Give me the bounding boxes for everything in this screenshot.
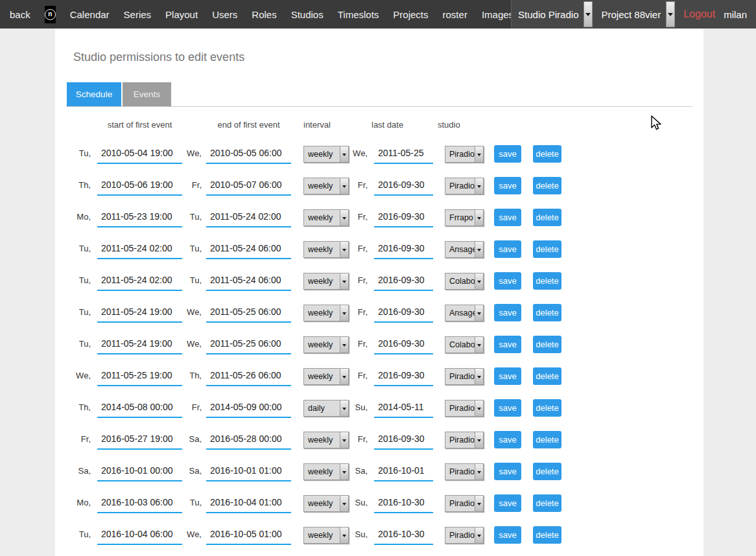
end-datetime-input[interactable] bbox=[206, 303, 291, 323]
start-datetime-input[interactable] bbox=[97, 526, 182, 545]
chevron-down-icon[interactable] bbox=[475, 273, 483, 289]
interval-select[interactable]: weekly bbox=[303, 495, 349, 512]
logout-link[interactable]: Logout bbox=[683, 8, 715, 20]
end-datetime-input[interactable] bbox=[206, 430, 291, 450]
chevron-down-icon[interactable] bbox=[475, 146, 483, 162]
start-datetime-input[interactable] bbox=[97, 240, 182, 259]
start-datetime-input[interactable] bbox=[97, 208, 182, 227]
tab-schedule[interactable]: Schedule bbox=[67, 82, 121, 106]
interval-select[interactable]: weekly bbox=[303, 336, 349, 353]
end-datetime-input[interactable] bbox=[206, 526, 291, 545]
delete-button[interactable]: delete bbox=[533, 304, 561, 321]
studio-select[interactable]: Piradio bbox=[445, 146, 484, 163]
last-date-input[interactable] bbox=[374, 176, 433, 196]
delete-button[interactable]: delete bbox=[533, 463, 561, 480]
interval-select[interactable]: daily bbox=[303, 400, 349, 417]
chevron-down-icon[interactable] bbox=[340, 242, 348, 257]
end-datetime-input[interactable] bbox=[206, 462, 291, 481]
delete-button[interactable]: delete bbox=[533, 494, 561, 512]
start-datetime-input[interactable] bbox=[97, 303, 182, 323]
chevron-down-icon[interactable] bbox=[475, 432, 483, 448]
interval-select[interactable]: weekly bbox=[303, 241, 349, 258]
delete-button[interactable]: delete bbox=[533, 145, 561, 163]
end-datetime-input[interactable] bbox=[206, 399, 291, 418]
studio-select[interactable]: Piradio bbox=[445, 178, 484, 194]
end-datetime-input[interactable] bbox=[206, 272, 291, 291]
studio-select[interactable]: Ansage bbox=[445, 241, 484, 258]
start-datetime-input[interactable] bbox=[97, 176, 182, 196]
end-datetime-input[interactable] bbox=[206, 145, 291, 164]
chevron-down-icon[interactable] bbox=[340, 210, 348, 226]
save-button[interactable]: save bbox=[494, 526, 521, 544]
chevron-down-icon[interactable] bbox=[340, 178, 348, 194]
nav-item[interactable]: Calendar bbox=[70, 9, 110, 20]
interval-select[interactable]: weekly bbox=[303, 368, 349, 385]
interval-select[interactable]: weekly bbox=[303, 432, 349, 448]
end-datetime-input[interactable] bbox=[206, 335, 291, 354]
delete-button[interactable]: delete bbox=[533, 272, 561, 290]
studio-select[interactable]: Piradio bbox=[445, 463, 484, 480]
last-date-input[interactable] bbox=[374, 462, 433, 481]
chevron-down-icon[interactable] bbox=[340, 527, 348, 543]
chevron-down-icon[interactable] bbox=[340, 337, 348, 353]
chevron-down-icon[interactable] bbox=[340, 400, 348, 416]
radio-logo-icon[interactable]: n bbox=[45, 6, 56, 23]
nav-item[interactable]: Playout bbox=[165, 9, 198, 20]
nav-item[interactable]: Images bbox=[482, 9, 514, 20]
interval-select[interactable]: weekly bbox=[303, 273, 349, 290]
chevron-down-icon[interactable] bbox=[666, 1, 675, 27]
save-button[interactable]: save bbox=[494, 272, 521, 290]
start-datetime-input[interactable] bbox=[97, 494, 182, 513]
last-date-input[interactable] bbox=[374, 145, 433, 164]
save-button[interactable]: save bbox=[494, 336, 521, 353]
last-date-input[interactable] bbox=[374, 335, 433, 354]
nav-item[interactable]: Users bbox=[212, 9, 237, 20]
chevron-down-icon[interactable] bbox=[475, 400, 483, 416]
delete-button[interactable]: delete bbox=[533, 399, 561, 417]
end-datetime-input[interactable] bbox=[206, 240, 291, 259]
delete-button[interactable]: delete bbox=[533, 367, 561, 385]
interval-select[interactable]: weekly bbox=[303, 178, 349, 194]
start-datetime-input[interactable] bbox=[97, 272, 182, 291]
studio-select[interactable]: Frrapo bbox=[445, 209, 484, 226]
save-button[interactable]: save bbox=[494, 399, 521, 417]
delete-button[interactable]: delete bbox=[533, 177, 561, 194]
tab-events[interactable]: Events bbox=[123, 82, 171, 106]
start-datetime-input[interactable] bbox=[97, 430, 182, 450]
studio-select[interactable]: Colabo bbox=[445, 336, 484, 353]
last-date-input[interactable] bbox=[374, 367, 433, 386]
delete-button[interactable]: delete bbox=[533, 526, 561, 544]
nav-item[interactable]: Series bbox=[124, 9, 152, 20]
chevron-down-icon[interactable] bbox=[584, 1, 593, 27]
nav-item[interactable]: Projects bbox=[393, 9, 428, 20]
chevron-down-icon[interactable] bbox=[340, 146, 348, 162]
studio-select[interactable]: Piradio bbox=[445, 527, 484, 544]
nav-item[interactable]: Timeslots bbox=[338, 9, 379, 20]
start-datetime-input[interactable] bbox=[97, 462, 182, 481]
save-button[interactable]: save bbox=[494, 304, 521, 321]
start-datetime-input[interactable] bbox=[97, 335, 182, 354]
save-button[interactable]: save bbox=[494, 463, 521, 480]
last-date-input[interactable] bbox=[374, 240, 433, 259]
start-datetime-input[interactable] bbox=[97, 145, 182, 164]
interval-select[interactable]: weekly bbox=[303, 527, 349, 544]
save-button[interactable]: save bbox=[494, 431, 521, 448]
studio-select[interactable]: Ansage bbox=[445, 305, 484, 321]
chevron-down-icon[interactable] bbox=[475, 527, 483, 543]
chevron-down-icon[interactable] bbox=[340, 432, 348, 448]
chevron-down-icon[interactable] bbox=[340, 305, 348, 321]
nav-item[interactable]: Studios bbox=[291, 9, 324, 20]
project-select[interactable]: Project 88vier bbox=[601, 1, 675, 27]
save-button[interactable]: save bbox=[494, 209, 521, 226]
chevron-down-icon[interactable] bbox=[475, 242, 483, 257]
interval-select[interactable]: weekly bbox=[303, 305, 349, 321]
save-button[interactable]: save bbox=[494, 240, 521, 258]
nav-item[interactable]: Roles bbox=[252, 9, 276, 20]
chevron-down-icon[interactable] bbox=[475, 178, 483, 194]
studio-select[interactable]: Piradio bbox=[445, 432, 484, 448]
save-button[interactable]: save bbox=[494, 367, 521, 385]
chevron-down-icon[interactable] bbox=[340, 496, 348, 511]
back-link[interactable]: back bbox=[10, 9, 30, 20]
last-date-input[interactable] bbox=[374, 303, 433, 323]
delete-button[interactable]: delete bbox=[533, 209, 561, 226]
